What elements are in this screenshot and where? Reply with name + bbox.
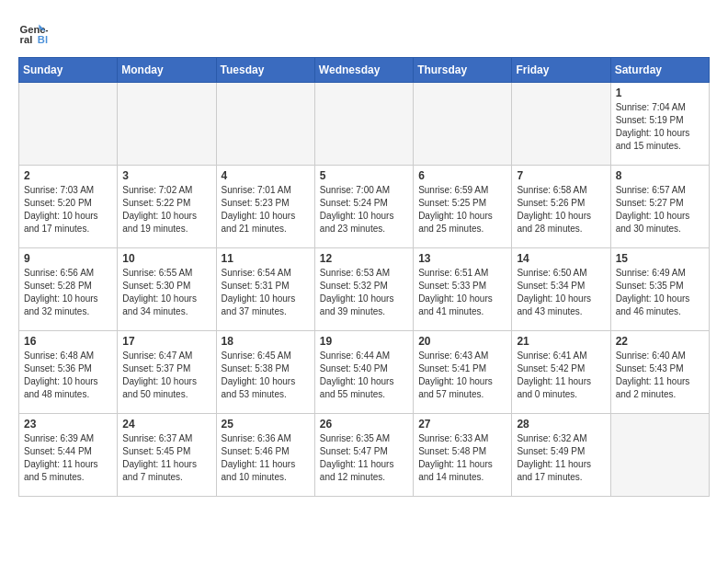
day-number: 20 — [418, 335, 506, 348]
calendar-day-cell — [414, 83, 512, 166]
day-number: 21 — [517, 335, 605, 348]
day-number: 23 — [24, 418, 112, 431]
day-number: 5 — [320, 169, 408, 182]
day-info: Sunrise: 6:51 AM Sunset: 5:33 PM Dayligh… — [418, 267, 506, 318]
calendar-week-row: 9Sunrise: 6:56 AM Sunset: 5:28 PM Daylig… — [19, 248, 710, 331]
day-info: Sunrise: 6:33 AM Sunset: 5:48 PM Dayligh… — [418, 432, 506, 484]
calendar-day-cell — [512, 83, 610, 166]
day-info: Sunrise: 6:47 AM Sunset: 5:37 PM Dayligh… — [122, 350, 210, 401]
calendar-day-cell: 2Sunrise: 7:03 AM Sunset: 5:20 PM Daylig… — [19, 166, 118, 248]
calendar-day-cell: 23Sunrise: 6:39 AM Sunset: 5:44 PM Dayli… — [19, 414, 118, 497]
calendar-table: SundayMondayTuesdayWednesdayThursdayFrid… — [18, 57, 710, 497]
calendar-day-cell — [314, 83, 413, 166]
calendar-week-row: 16Sunrise: 6:48 AM Sunset: 5:36 PM Dayli… — [19, 331, 710, 414]
calendar-header-row: SundayMondayTuesdayWednesdayThursdayFrid… — [19, 58, 710, 83]
day-info: Sunrise: 6:32 AM Sunset: 5:49 PM Dayligh… — [517, 432, 605, 484]
day-info: Sunrise: 6:36 AM Sunset: 5:46 PM Dayligh… — [222, 432, 310, 484]
day-number: 6 — [418, 169, 506, 182]
calendar-day-cell: 3Sunrise: 7:02 AM Sunset: 5:22 PM Daylig… — [118, 166, 216, 248]
day-info: Sunrise: 6:35 AM Sunset: 5:47 PM Dayligh… — [320, 432, 408, 484]
svg-text:ral: ral — [20, 34, 33, 45]
calendar-day-cell: 13Sunrise: 6:51 AM Sunset: 5:33 PM Dayli… — [414, 248, 512, 331]
day-info: Sunrise: 6:55 AM Sunset: 5:30 PM Dayligh… — [122, 267, 210, 318]
calendar-day-cell: 14Sunrise: 6:50 AM Sunset: 5:34 PM Dayli… — [512, 248, 610, 331]
calendar-day-cell: 20Sunrise: 6:43 AM Sunset: 5:41 PM Dayli… — [414, 331, 512, 414]
day-of-week-header: Monday — [118, 58, 216, 83]
day-info: Sunrise: 7:03 AM Sunset: 5:20 PM Dayligh… — [24, 184, 112, 236]
calendar-day-cell: 10Sunrise: 6:55 AM Sunset: 5:30 PM Dayli… — [118, 248, 216, 331]
day-info: Sunrise: 7:00 AM Sunset: 5:24 PM Dayligh… — [320, 184, 408, 236]
day-number: 13 — [418, 252, 506, 265]
day-info: Sunrise: 6:48 AM Sunset: 5:36 PM Dayligh… — [24, 350, 112, 401]
calendar-day-cell — [610, 414, 709, 497]
calendar-day-cell: 24Sunrise: 6:37 AM Sunset: 5:45 PM Dayli… — [118, 414, 216, 497]
calendar-day-cell — [118, 83, 216, 166]
calendar-week-row: 1Sunrise: 7:04 AM Sunset: 5:19 PM Daylig… — [19, 83, 710, 166]
day-info: Sunrise: 6:37 AM Sunset: 5:45 PM Dayligh… — [122, 432, 210, 484]
day-info: Sunrise: 6:57 AM Sunset: 5:27 PM Dayligh… — [616, 184, 704, 236]
day-number: 14 — [517, 252, 605, 265]
calendar-week-row: 2Sunrise: 7:03 AM Sunset: 5:20 PM Daylig… — [19, 166, 710, 248]
calendar-day-cell: 5Sunrise: 7:00 AM Sunset: 5:24 PM Daylig… — [314, 166, 413, 248]
day-of-week-header: Wednesday — [314, 58, 413, 83]
day-number: 3 — [122, 169, 210, 182]
day-info: Sunrise: 6:39 AM Sunset: 5:44 PM Dayligh… — [24, 432, 112, 484]
calendar-day-cell: 21Sunrise: 6:41 AM Sunset: 5:42 PM Dayli… — [512, 331, 610, 414]
day-number: 28 — [517, 418, 605, 431]
day-number: 27 — [418, 418, 506, 431]
day-number: 17 — [122, 335, 210, 348]
calendar-day-cell: 17Sunrise: 6:47 AM Sunset: 5:37 PM Dayli… — [118, 331, 216, 414]
day-info: Sunrise: 6:40 AM Sunset: 5:43 PM Dayligh… — [616, 350, 704, 401]
page-header: Gene- ral Blue — [18, 18, 710, 48]
day-number: 2 — [24, 169, 112, 182]
day-number: 25 — [222, 418, 310, 431]
day-number: 4 — [222, 169, 310, 182]
day-number: 12 — [320, 252, 408, 265]
day-number: 1 — [616, 86, 704, 99]
day-number: 11 — [222, 252, 310, 265]
calendar-day-cell: 4Sunrise: 7:01 AM Sunset: 5:23 PM Daylig… — [216, 166, 314, 248]
day-number: 19 — [320, 335, 408, 348]
day-number: 22 — [616, 335, 704, 348]
day-number: 8 — [616, 169, 704, 182]
calendar-day-cell: 28Sunrise: 6:32 AM Sunset: 5:49 PM Dayli… — [512, 414, 610, 497]
day-of-week-header: Friday — [512, 58, 610, 83]
logo-icon: Gene- ral Blue — [18, 18, 48, 48]
day-info: Sunrise: 6:41 AM Sunset: 5:42 PM Dayligh… — [517, 350, 605, 401]
day-number: 9 — [24, 252, 112, 265]
calendar-day-cell: 19Sunrise: 6:44 AM Sunset: 5:40 PM Dayli… — [314, 331, 413, 414]
calendar-day-cell: 25Sunrise: 6:36 AM Sunset: 5:46 PM Dayli… — [216, 414, 314, 497]
day-info: Sunrise: 7:02 AM Sunset: 5:22 PM Dayligh… — [122, 184, 210, 236]
day-number: 18 — [222, 335, 310, 348]
day-info: Sunrise: 6:45 AM Sunset: 5:38 PM Dayligh… — [222, 350, 310, 401]
day-info: Sunrise: 6:59 AM Sunset: 5:25 PM Dayligh… — [418, 184, 506, 236]
day-number: 10 — [122, 252, 210, 265]
day-of-week-header: Thursday — [414, 58, 512, 83]
day-info: Sunrise: 6:44 AM Sunset: 5:40 PM Dayligh… — [320, 350, 408, 401]
calendar-day-cell: 11Sunrise: 6:54 AM Sunset: 5:31 PM Dayli… — [216, 248, 314, 331]
calendar-week-row: 23Sunrise: 6:39 AM Sunset: 5:44 PM Dayli… — [19, 414, 710, 497]
calendar-day-cell: 8Sunrise: 6:57 AM Sunset: 5:27 PM Daylig… — [610, 166, 709, 248]
day-of-week-header: Sunday — [19, 58, 118, 83]
day-info: Sunrise: 6:53 AM Sunset: 5:32 PM Dayligh… — [320, 267, 408, 318]
day-of-week-header: Saturday — [610, 58, 709, 83]
calendar-day-cell — [19, 83, 118, 166]
day-info: Sunrise: 6:54 AM Sunset: 5:31 PM Dayligh… — [222, 267, 310, 318]
day-of-week-header: Tuesday — [216, 58, 314, 83]
day-number: 7 — [517, 169, 605, 182]
calendar-day-cell: 9Sunrise: 6:56 AM Sunset: 5:28 PM Daylig… — [19, 248, 118, 331]
day-info: Sunrise: 6:49 AM Sunset: 5:35 PM Dayligh… — [616, 267, 704, 318]
day-info: Sunrise: 7:01 AM Sunset: 5:23 PM Dayligh… — [222, 184, 310, 236]
day-number: 15 — [616, 252, 704, 265]
calendar-day-cell: 1Sunrise: 7:04 AM Sunset: 5:19 PM Daylig… — [610, 83, 709, 166]
day-info: Sunrise: 6:50 AM Sunset: 5:34 PM Dayligh… — [517, 267, 605, 318]
day-info: Sunrise: 7:04 AM Sunset: 5:19 PM Dayligh… — [616, 101, 704, 153]
calendar-day-cell: 7Sunrise: 6:58 AM Sunset: 5:26 PM Daylig… — [512, 166, 610, 248]
logo: Gene- ral Blue — [18, 18, 51, 48]
calendar-day-cell: 26Sunrise: 6:35 AM Sunset: 5:47 PM Dayli… — [314, 414, 413, 497]
calendar-day-cell: 15Sunrise: 6:49 AM Sunset: 5:35 PM Dayli… — [610, 248, 709, 331]
day-info: Sunrise: 6:43 AM Sunset: 5:41 PM Dayligh… — [418, 350, 506, 401]
day-info: Sunrise: 6:56 AM Sunset: 5:28 PM Dayligh… — [24, 267, 112, 318]
svg-text:Blue: Blue — [38, 34, 48, 45]
calendar-day-cell — [216, 83, 314, 166]
